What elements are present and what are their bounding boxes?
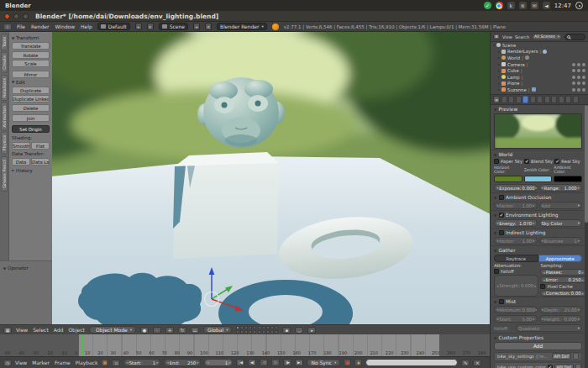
- mail-icon[interactable]: ✉: [531, 2, 538, 9]
- tab-scene[interactable]: [516, 96, 522, 103]
- play-reverse-button[interactable]: ◁: [260, 359, 268, 366]
- delete-scene-button[interactable]: ✕: [205, 23, 212, 30]
- tool-shelf-tab[interactable]: Tools: [1, 34, 8, 50]
- outliner-menu-search[interactable]: Search: [515, 34, 529, 39]
- keyboard-indicator-icon[interactable]: k: [507, 2, 515, 9]
- maximize-button[interactable]: [23, 13, 29, 19]
- edit-property-icon[interactable]: [575, 364, 581, 368]
- viewport-shading-button[interactable]: ●: [140, 327, 149, 334]
- clock[interactable]: 12:47: [554, 3, 571, 9]
- outliner-row-cube[interactable]: ▸ Cube |: [491, 67, 588, 74]
- mist-checkbox[interactable]: [499, 299, 504, 304]
- edit-panel-title[interactable]: Edit: [16, 80, 25, 85]
- environment-lighting-title[interactable]: Environment Lighting: [506, 213, 558, 218]
- scale-button[interactable]: Scale: [12, 60, 50, 67]
- error-field[interactable]: ◂Error:0.250▸: [540, 276, 585, 283]
- energy-field[interactable]: ◂Energy:1.070▸: [494, 219, 538, 227]
- tool-shelf-tab[interactable]: Relations: [1, 75, 8, 101]
- editor-type-icon[interactable]: i: [3, 24, 12, 30]
- hide-toggle-icon[interactable]: [572, 76, 575, 79]
- paper-sky-checkbox[interactable]: [494, 159, 499, 164]
- keying-set-field[interactable]: [365, 359, 458, 366]
- join-button[interactable]: Join: [12, 114, 50, 122]
- flat-button[interactable]: Flat: [31, 142, 50, 150]
- bounces-field[interactable]: ◂Bounces1▸: [539, 237, 583, 244]
- jump-to-end-button[interactable]: ▶|: [295, 359, 303, 366]
- layer-buttons[interactable]: [236, 326, 278, 334]
- lock-icon[interactable]: ▪: [282, 327, 291, 334]
- menu-item[interactable]: View: [16, 327, 28, 333]
- tool-shelf-tab[interactable]: Create: [1, 52, 8, 73]
- property-checkbox[interactable]: [548, 365, 553, 368]
- collapsed-icon[interactable]: ▸: [498, 75, 500, 79]
- collapsed-icon[interactable]: ▸: [498, 50, 500, 54]
- sync-dropdown[interactable]: No Sync ▾: [307, 359, 340, 366]
- expand-icon[interactable]: ▼: [494, 196, 496, 200]
- transform-panel-title[interactable]: Transform: [16, 35, 39, 40]
- select-toggle-icon[interactable]: [577, 63, 580, 66]
- menu-item[interactable]: Frame: [55, 360, 71, 365]
- select-toggle-icon[interactable]: [577, 81, 580, 85]
- tab-data[interactable]: [544, 96, 550, 103]
- pivot-point-button[interactable]: ◦: [153, 327, 161, 334]
- data-button[interactable]: Data: [12, 158, 30, 166]
- current-frame-field[interactable]: ◂1▸: [204, 359, 233, 366]
- outliner-row-world[interactable]: ▸ World |: [491, 55, 588, 61]
- outliner-row-plane[interactable]: ▸ Plane |: [491, 81, 588, 87]
- next-keyframe-button[interactable]: |▶: [283, 359, 291, 366]
- collapsed-icon[interactable]: ►: [12, 168, 14, 172]
- hide-toggle-icon[interactable]: [572, 63, 575, 66]
- indirect-lighting-checkbox[interactable]: [499, 230, 504, 235]
- insert-keyframe-button[interactable]: ✎: [461, 360, 470, 366]
- approximate-button[interactable]: Approximate: [538, 255, 583, 262]
- strength-field[interactable]: ◂Strength:0.000▸: [494, 275, 538, 297]
- set-origin-dropdown[interactable]: Set Origin: [12, 125, 50, 133]
- render-toggle-icon[interactable]: [582, 76, 585, 79]
- orientation-dropdown[interactable]: Global ▾: [203, 326, 232, 334]
- outliner-row-renderlayers[interactable]: ▸ RenderLayers |: [491, 49, 588, 55]
- add-layout-button[interactable]: +: [135, 23, 142, 30]
- keying-set-icon[interactable]: ♦: [354, 359, 362, 366]
- render-toggle-icon[interactable]: [582, 81, 585, 85]
- world-panel-title[interactable]: World: [499, 152, 513, 157]
- ao-blend-dropdown[interactable]: Add▾: [539, 202, 583, 209]
- add-scene-button[interactable]: +: [193, 23, 200, 30]
- properties-scrollbar[interactable]: [585, 105, 588, 368]
- outliner-row-camera[interactable]: ▸ Camera |: [491, 61, 588, 68]
- range-field[interactable]: ◂Range:1.000▸: [539, 184, 583, 192]
- bluetooth-icon[interactable]: ≋: [519, 2, 527, 9]
- collapsed-icon[interactable]: ▸: [498, 69, 500, 73]
- tab-render[interactable]: [501, 96, 507, 103]
- api-defined-button[interactable]: API Def: [554, 364, 574, 368]
- mist-minimum-field[interactable]: ◂Minimum:0.000▸: [494, 306, 538, 313]
- collapsed-icon[interactable]: ▸: [498, 55, 500, 60]
- duplicate-button[interactable]: Duplicate: [12, 87, 50, 94]
- horizon-color-swatch[interactable]: [494, 176, 522, 182]
- expand-icon[interactable]: ▼: [494, 153, 496, 157]
- translate-button[interactable]: Translate: [12, 42, 50, 50]
- environment-lighting-checkbox[interactable]: [499, 213, 504, 218]
- menu-item[interactable]: Object: [68, 327, 85, 333]
- mirror-button[interactable]: Mirror: [12, 71, 50, 78]
- delete-keyframe-button[interactable]: ✕: [473, 360, 481, 366]
- preview-range-button[interactable]: [101, 359, 108, 366]
- pixel-cache-checkbox[interactable]: [540, 284, 545, 289]
- mode-dropdown[interactable]: Object Mode ▾: [89, 326, 136, 334]
- tab-object[interactable]: [530, 96, 536, 103]
- scene-selector[interactable]: Scene: [159, 23, 188, 30]
- properties-editor-icon[interactable]: ≡: [493, 96, 500, 103]
- tab-render-layers[interactable]: [508, 96, 514, 103]
- tab-particles[interactable]: [565, 96, 571, 103]
- chrome-icon[interactable]: [496, 2, 503, 9]
- correction-field[interactable]: ◂Correction:0.00▸: [540, 290, 585, 297]
- display-scope-dropdown[interactable]: All Scenes ▾: [532, 34, 562, 40]
- operator-panel-title[interactable]: Operator: [8, 265, 29, 271]
- expand-icon[interactable]: ▼: [494, 231, 496, 235]
- tab-texture[interactable]: [559, 96, 564, 103]
- mist-start-field[interactable]: ◂Start:5.00▸: [494, 315, 538, 323]
- ambient-occlusion-checkbox[interactable]: [499, 195, 504, 200]
- rotate-button[interactable]: Rotate: [12, 51, 50, 59]
- expand-icon[interactable]: ▼: [12, 80, 14, 84]
- outliner-search-input[interactable]: [564, 34, 585, 40]
- prev-keyframe-button[interactable]: ◀|: [248, 359, 256, 366]
